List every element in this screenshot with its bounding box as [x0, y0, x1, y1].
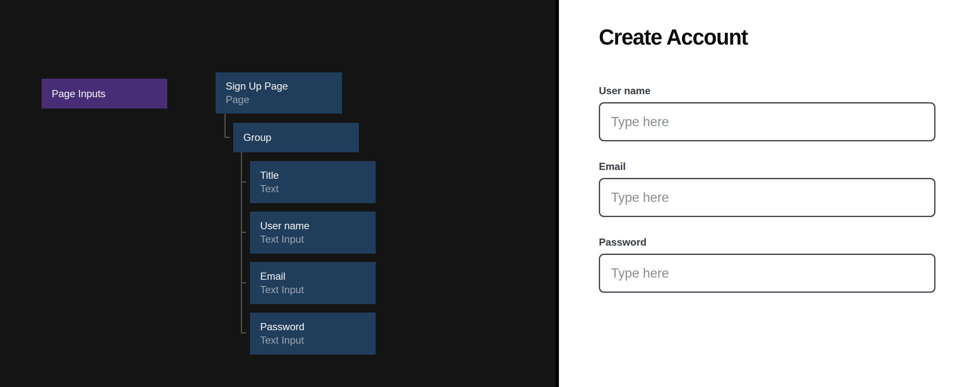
node-subtitle: Text Input: [260, 233, 376, 246]
user-name-input[interactable]: [599, 102, 935, 141]
tree-node-sign-up-page[interactable]: Sign Up Page Page: [216, 72, 342, 114]
node-subtitle: Page: [226, 93, 342, 106]
tree-node-page-inputs[interactable]: Page Inputs: [42, 79, 167, 109]
node-title: Email: [260, 270, 376, 283]
preview-panel: Create Account User name Email Password: [559, 0, 980, 387]
password-input[interactable]: [599, 254, 935, 293]
tree-connector-tick: [241, 181, 246, 183]
node-subtitle: Text Input: [260, 283, 376, 297]
layer-tree-canvas: Page Inputs Sign Up Page Page Group Titl…: [0, 0, 559, 387]
field-user-name: User name: [599, 85, 935, 141]
email-label: Email: [599, 161, 935, 172]
node-subtitle: Text Input: [260, 334, 376, 347]
tree-node-password[interactable]: Password Text Input: [250, 313, 376, 355]
tree-connector-tick: [241, 332, 246, 334]
node-title: Sign Up Page: [226, 80, 342, 93]
tree-node-group[interactable]: Group: [233, 123, 359, 152]
email-input[interactable]: [599, 178, 935, 217]
password-label: Password: [599, 236, 935, 248]
user-name-label: User name: [599, 85, 935, 97]
tree-node-user-name[interactable]: User name Text Input: [250, 212, 376, 254]
field-email: Email: [599, 161, 935, 217]
tree-connector-tick: [224, 137, 230, 138]
node-title: Page Inputs: [52, 87, 167, 101]
node-subtitle: Text: [260, 182, 376, 196]
node-title: Title: [260, 169, 376, 182]
tree-node-email[interactable]: Email Text Input: [250, 262, 376, 304]
node-title: User name: [260, 219, 376, 233]
tree-connector-vertical: [241, 152, 242, 334]
tree-connector-tick: [241, 232, 246, 233]
field-password: Password: [599, 236, 935, 293]
app-root: Page Inputs Sign Up Page Page Group Titl…: [0, 0, 980, 387]
tree-connector-vertical: [224, 114, 226, 138]
tree-node-title[interactable]: Title Text: [250, 161, 376, 203]
node-title: Group: [243, 131, 359, 144]
tree-connector-tick: [241, 282, 246, 284]
page-title: Create Account: [599, 27, 748, 48]
node-title: Password: [260, 320, 376, 334]
